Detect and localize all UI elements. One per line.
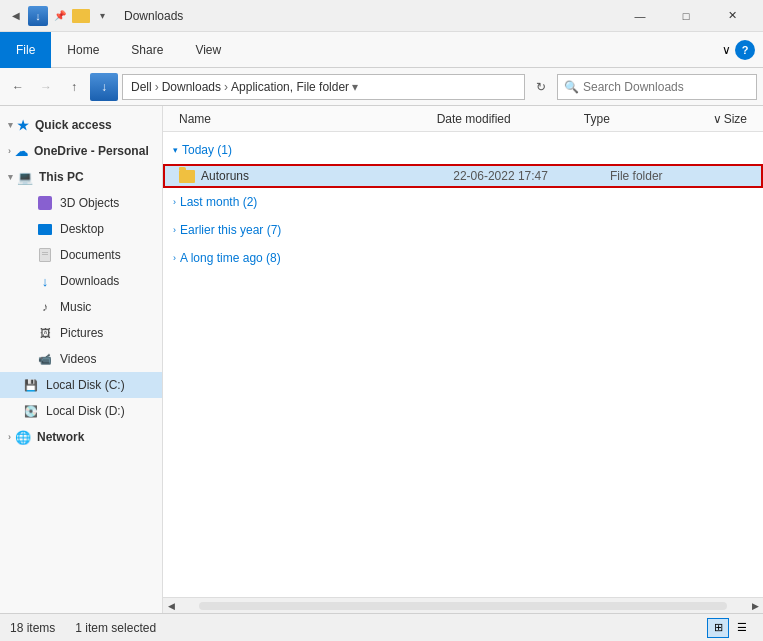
group-today[interactable]: ▾ Today (1): [163, 136, 763, 164]
sidebar-item-network[interactable]: › 🌐 Network: [0, 424, 162, 450]
content-area: Name Date modified Type ∨ Size ▾ Today (…: [163, 106, 763, 613]
sidebar-item-quick-access[interactable]: ▾ ★ Quick access: [0, 112, 162, 138]
window-controls: — □ ✕: [617, 0, 755, 32]
path-download-icon: ↓: [90, 73, 118, 101]
pin-icon: 📌: [52, 8, 68, 24]
title-bar: ◀ ↓ 📌 ▾ Downloads — □ ✕: [0, 0, 763, 32]
sidebar-item-videos[interactable]: 📹 Videos: [0, 346, 162, 372]
column-headers: Name Date modified Type ∨ Size: [163, 106, 763, 132]
forward-button[interactable]: →: [34, 75, 58, 99]
ribbon: File Home Share View ∨ ?: [0, 32, 763, 68]
item-count: 18 items: [10, 621, 55, 635]
network-label: Network: [37, 430, 84, 444]
scroll-right-button[interactable]: ▶: [747, 598, 763, 614]
sidebar-item-local-disk-c[interactable]: 💾 Local Disk (C:): [0, 372, 162, 398]
main-layout: ▾ ★ Quick access › ☁ OneDrive - Personal…: [0, 106, 763, 613]
status-left: 18 items 1 item selected: [10, 621, 156, 635]
videos-icon: 📹: [36, 350, 54, 368]
tab-home[interactable]: Home: [51, 32, 115, 68]
col-header-size[interactable]: ∨ Size: [713, 112, 747, 126]
sidebar-item-downloads[interactable]: ↓ Downloads: [0, 268, 162, 294]
sidebar-item-music[interactable]: ♪ Music: [0, 294, 162, 320]
view-tiles-button[interactable]: ⊞: [707, 618, 729, 638]
search-input[interactable]: [583, 80, 750, 94]
maximize-button[interactable]: □: [663, 0, 709, 32]
downloads-icon: ↓: [36, 272, 54, 290]
music-icon: ♪: [36, 298, 54, 316]
app-download-icon: ↓: [28, 6, 48, 26]
sidebar: ▾ ★ Quick access › ☁ OneDrive - Personal…: [0, 106, 163, 613]
status-bar: 18 items 1 item selected ⊞ ☰: [0, 613, 763, 641]
breadcrumb-dell: Dell: [131, 80, 152, 94]
lastmonth-chevron-icon: ›: [173, 197, 176, 207]
selection-info: 1 item selected: [75, 621, 156, 635]
group-long-time-ago[interactable]: › A long time ago (8): [163, 244, 763, 272]
tab-file[interactable]: File: [0, 32, 51, 68]
group-last-month[interactable]: › Last month (2): [163, 188, 763, 216]
col-header-name[interactable]: Name: [179, 112, 437, 126]
sidebar-item-thispc[interactable]: ▾ 💻 This PC: [0, 164, 162, 190]
network-chevron: ›: [8, 432, 11, 442]
sidebar-item-documents[interactable]: Documents: [0, 242, 162, 268]
quick-access-chevron: ▾: [8, 120, 13, 130]
thispc-icon: 💻: [17, 170, 33, 185]
col-header-type[interactable]: Type: [584, 112, 713, 126]
folder-icon: [179, 170, 195, 183]
scroll-left-button[interactable]: ◀: [163, 598, 179, 614]
window-title: Downloads: [124, 9, 617, 23]
pictures-icon: 🖼: [36, 324, 54, 342]
today-chevron-icon: ▾: [173, 145, 178, 155]
3d-objects-icon: [36, 194, 54, 212]
sidebar-item-local-disk-d[interactable]: 💽 Local Disk (D:): [0, 398, 162, 424]
dropdown-arrow-icon[interactable]: ▾: [94, 8, 110, 24]
ribbon-chevron[interactable]: ∨ ?: [714, 40, 763, 60]
breadcrumb-downloads: Downloads: [162, 80, 221, 94]
file-list: ▾ Today (1) Autoruns 22-06-2022 17:47 Fi…: [163, 132, 763, 597]
view-controls: ⊞ ☰: [707, 618, 753, 638]
earlier-chevron-icon: ›: [173, 225, 176, 235]
close-button[interactable]: ✕: [709, 0, 755, 32]
minimize-button[interactable]: —: [617, 0, 663, 32]
back-button[interactable]: ←: [6, 75, 30, 99]
up-button[interactable]: ↑: [62, 75, 86, 99]
longtime-chevron-icon: ›: [173, 253, 176, 263]
scrollbar-track[interactable]: [199, 602, 727, 610]
back-nav-icon: ◀: [8, 8, 24, 24]
onedrive-label: OneDrive - Personal: [34, 144, 149, 158]
quick-access-label: Quick access: [35, 118, 112, 132]
search-box[interactable]: 🔍: [557, 74, 757, 100]
horizontal-scrollbar[interactable]: ◀ ▶: [163, 597, 763, 613]
thispc-chevron: ▾: [8, 172, 13, 182]
tab-share[interactable]: Share: [115, 32, 179, 68]
address-bar: ← → ↑ ↓ Dell › Downloads › Application, …: [0, 68, 763, 106]
view-list-button[interactable]: ☰: [731, 618, 753, 638]
documents-icon: [36, 246, 54, 264]
chevron-icon: ∨: [722, 43, 731, 57]
col-header-date[interactable]: Date modified: [437, 112, 584, 126]
network-icon: 🌐: [15, 430, 31, 445]
file-type-cell: File folder: [610, 169, 747, 183]
sidebar-item-pictures[interactable]: 🖼 Pictures: [0, 320, 162, 346]
address-path[interactable]: Dell › Downloads › Application, File fol…: [122, 74, 525, 100]
onedrive-cloud-icon: ☁: [15, 144, 28, 159]
onedrive-chevron: ›: [8, 146, 11, 156]
file-name-cell: Autoruns: [179, 169, 453, 183]
search-icon: 🔍: [564, 80, 579, 94]
help-button[interactable]: ?: [735, 40, 755, 60]
title-bar-icons: ◀ ↓ 📌 ▾: [8, 6, 110, 26]
tab-view[interactable]: View: [179, 32, 237, 68]
desktop-icon: [36, 220, 54, 238]
sidebar-item-3d-objects[interactable]: 3D Objects: [0, 190, 162, 216]
breadcrumb-app-filefolder: Application, File folder: [231, 80, 349, 94]
title-folder-icon: [72, 9, 90, 23]
local-disk-c-icon: 💾: [22, 376, 40, 394]
thispc-label: This PC: [39, 170, 84, 184]
sidebar-item-onedrive[interactable]: › ☁ OneDrive - Personal: [0, 138, 162, 164]
file-date-cell: 22-06-2022 17:47: [453, 169, 610, 183]
table-row[interactable]: Autoruns 22-06-2022 17:47 File folder: [163, 164, 763, 188]
refresh-button[interactable]: ↻: [529, 75, 553, 99]
quick-access-star-icon: ★: [17, 118, 29, 133]
sidebar-item-desktop[interactable]: Desktop: [0, 216, 162, 242]
local-disk-d-icon: 💽: [22, 402, 40, 420]
group-earlier-this-year[interactable]: › Earlier this year (7): [163, 216, 763, 244]
